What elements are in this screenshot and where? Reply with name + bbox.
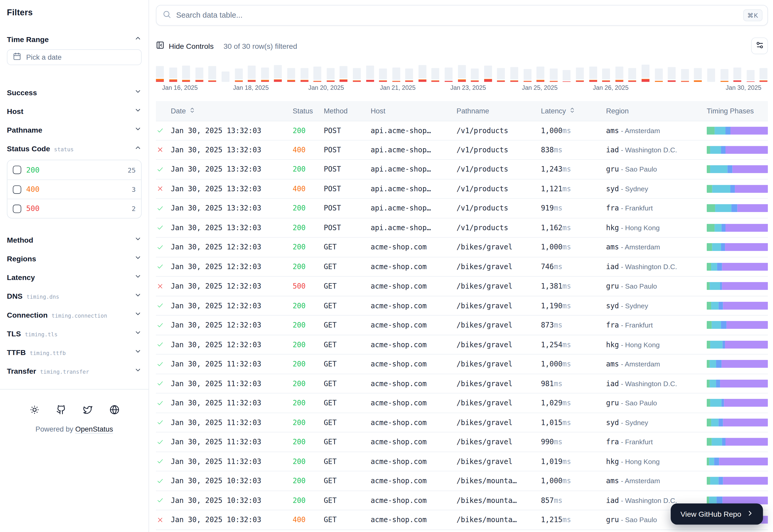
timeline-bar[interactable]	[445, 67, 452, 82]
table-row[interactable]: Jan 30, 2025 12:32:03200GETacme-shop.com…	[156, 257, 768, 277]
globe-icon[interactable]	[109, 404, 120, 415]
timeline-bar[interactable]	[261, 67, 269, 82]
sun-icon[interactable]	[29, 404, 40, 415]
timeline-bar[interactable]	[182, 66, 190, 82]
timeline-bar[interactable]	[169, 67, 177, 82]
checkbox[interactable]	[13, 166, 21, 174]
timeline-bar[interactable]	[366, 66, 374, 82]
filter-section-status-code[interactable]: Status Codestatus	[7, 139, 142, 158]
table-row[interactable]: Jan 30, 2025 11:32:03200GETacme-shop.com…	[156, 432, 768, 452]
table-row[interactable]: Jan 30, 2025 12:32:03200GETacme-shop.com…	[156, 335, 768, 354]
column-header-pathname[interactable]: Pathname	[457, 107, 541, 115]
filter-section-pathname[interactable]: Pathname	[7, 120, 142, 139]
timeline-bar[interactable]	[405, 69, 413, 82]
column-header-date[interactable]: Date	[171, 107, 293, 115]
table-row[interactable]: Jan 30, 2025 13:32:03200POSTapi.acme-sho…	[156, 121, 768, 140]
column-header-method[interactable]: Method	[324, 107, 371, 115]
timeline-bar[interactable]	[589, 67, 597, 82]
hide-controls-button[interactable]: Hide Controls	[156, 41, 214, 51]
table-row[interactable]: Jan 30, 2025 11:32:03200GETacme-shop.com…	[156, 452, 768, 471]
timeline-bar[interactable]	[537, 67, 544, 82]
filter-section-transfer[interactable]: Transfertiming.transfer	[7, 362, 142, 380]
filter-section-dns[interactable]: DNStiming.dns	[7, 287, 142, 305]
timeline-bar[interactable]	[628, 68, 636, 82]
timeline-bar[interactable]	[235, 69, 243, 82]
timeline-bar[interactable]	[222, 72, 229, 82]
table-row[interactable]: Jan 30, 2025 13:32:03200POSTapi.acme-sho…	[156, 160, 768, 179]
timeline-bar[interactable]	[523, 69, 531, 82]
column-header-host[interactable]: Host	[371, 107, 457, 115]
timeline-bar[interactable]	[720, 69, 728, 82]
filter-section-success[interactable]: Success	[7, 83, 142, 101]
timeline-bar[interactable]	[248, 66, 256, 82]
timeline-bar[interactable]	[694, 68, 702, 82]
table-row[interactable]: Jan 30, 2025 13:32:03400POSTapi.acme-sho…	[156, 140, 768, 160]
view-github-repo-button[interactable]: View GitHub Repo	[671, 503, 763, 525]
table-row[interactable]: Jan 30, 2025 13:32:03200POSTapi.acme-sho…	[156, 199, 768, 218]
timeline-bar[interactable]	[379, 69, 387, 82]
timeline-bar[interactable]	[431, 68, 439, 82]
table-row[interactable]: Jan 30, 2025 11:32:03200GETacme-shop.com…	[156, 354, 768, 374]
filter-section-regions[interactable]: Regions	[7, 249, 142, 268]
view-options-button[interactable]	[751, 37, 768, 54]
filter-section-latency[interactable]: Latency	[7, 268, 142, 287]
column-header-status[interactable]: Status	[293, 107, 324, 115]
table-row[interactable]: Jan 30, 2025 11:32:03200GETacme-shop.com…	[156, 374, 768, 393]
timeline-bar[interactable]	[681, 69, 689, 82]
timeline-bar[interactable]	[497, 68, 505, 82]
timeline-bar[interactable]	[458, 65, 466, 82]
timeline-bar[interactable]	[484, 66, 492, 82]
timeline-bar[interactable]	[274, 65, 282, 82]
timeline-bar[interactable]	[156, 66, 163, 82]
timeline-bar[interactable]	[615, 67, 623, 82]
status-option-200[interactable]: 20025	[8, 160, 141, 180]
table-row[interactable]: Jan 30, 2025 13:32:03400POSTapi.acme-sho…	[156, 179, 768, 199]
table-row[interactable]: Jan 30, 2025 12:32:03500GETacme-shop.com…	[156, 277, 768, 296]
timeline-bar[interactable]	[655, 69, 662, 82]
timeline-bar[interactable]	[576, 67, 584, 82]
timeline-bar[interactable]	[300, 68, 308, 82]
timeline-bar[interactable]	[510, 67, 518, 82]
table-row[interactable]: Jan 30, 2025 11:32:03200GETacme-shop.com…	[156, 413, 768, 432]
timeline-bar[interactable]	[668, 67, 676, 82]
table-row[interactable]: Jan 30, 2025 12:32:03200GETacme-shop.com…	[156, 316, 768, 335]
timeline-bar[interactable]	[563, 70, 571, 82]
filter-section-ttfb[interactable]: TTFBtiming.ttfb	[7, 343, 142, 362]
filter-section-host[interactable]: Host	[7, 101, 142, 120]
column-header-region[interactable]: Region	[606, 107, 707, 115]
table-row[interactable]: Jan 30, 2025 12:32:03200GETacme-shop.com…	[156, 238, 768, 257]
timeline-bar[interactable]	[734, 67, 741, 82]
table-row[interactable]: Jan 30, 2025 11:32:03200GETacme-shop.com…	[156, 393, 768, 413]
filter-section-connection[interactable]: Connectiontiming.connection	[7, 305, 142, 324]
twitter-icon[interactable]	[82, 404, 93, 415]
github-icon[interactable]	[56, 404, 66, 415]
column-header-timing-phases[interactable]: Timing Phases	[707, 107, 768, 115]
timeline-bar[interactable]	[195, 67, 203, 82]
search-input[interactable]: Search data table... ⌘K	[156, 5, 768, 26]
timeline-bar[interactable]	[340, 66, 348, 82]
timeline-bar[interactable]	[418, 65, 426, 82]
table-row[interactable]: Jan 30, 2025 10:32:03200GETacme-shop.com…	[156, 471, 768, 491]
column-header-latency[interactable]: Latency	[541, 107, 606, 115]
table-row[interactable]: Jan 30, 2025 12:32:03200GETacme-shop.com…	[156, 296, 768, 316]
filter-section-time-range[interactable]: Time Range	[7, 30, 142, 48]
filter-section-tls[interactable]: TLStiming.tls	[7, 324, 142, 343]
status-option-500[interactable]: 5002	[8, 199, 141, 218]
timeline-bar[interactable]	[602, 69, 610, 82]
timeline-bar[interactable]	[392, 67, 400, 82]
timeline-bar[interactable]	[314, 67, 321, 82]
timeline-bar[interactable]	[760, 68, 768, 82]
status-option-400[interactable]: 4003	[8, 180, 141, 199]
timeline-bar[interactable]	[353, 68, 361, 82]
timeline-bar[interactable]	[707, 69, 715, 82]
timeline-bar[interactable]	[747, 70, 754, 82]
timeline-bar[interactable]	[327, 68, 334, 82]
timeline-bar[interactable]	[642, 65, 649, 82]
timeline-bar[interactable]	[549, 69, 557, 82]
checkbox[interactable]	[13, 185, 21, 193]
timeline-bar[interactable]	[287, 68, 295, 82]
timeline-bar[interactable]	[209, 66, 217, 82]
timeline-bar[interactable]	[471, 69, 479, 82]
date-picker-input[interactable]: Pick a date	[7, 49, 142, 65]
filter-section-method[interactable]: Method	[7, 230, 142, 249]
